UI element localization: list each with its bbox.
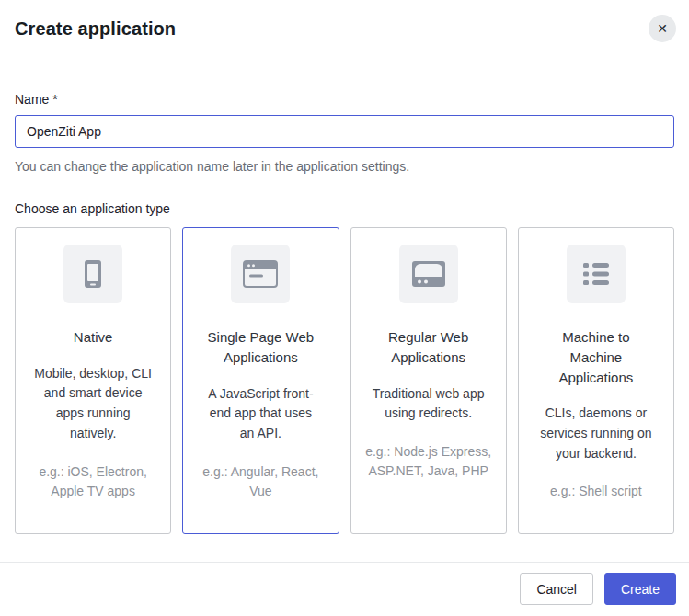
smartphone-icon <box>63 245 122 303</box>
modal-title: Create application <box>15 18 176 40</box>
server-window-icon <box>399 245 458 303</box>
card-title: Native <box>74 327 113 348</box>
application-type-cards: Native Mobile, desktop, CLI and smart de… <box>15 227 674 534</box>
create-button[interactable]: Create <box>604 573 676 605</box>
modal-footer: Cancel Create <box>0 562 689 616</box>
name-label: Name * <box>15 92 674 107</box>
card-description: CLIs, daemons or services running on you… <box>536 404 656 463</box>
card-regular-web[interactable]: Regular Web Applications Traditional web… <box>350 227 507 534</box>
name-field-block: Name * You can change the application na… <box>15 92 674 174</box>
browser-window-icon <box>231 245 290 303</box>
card-machine-to-machine[interactable]: Machine to Machine Applications CLIs, da… <box>518 227 674 534</box>
card-native[interactable]: Native Mobile, desktop, CLI and smart de… <box>15 227 171 534</box>
card-description: Mobile, desktop, CLI and smart device ap… <box>33 364 153 444</box>
cancel-button[interactable]: Cancel <box>520 573 593 605</box>
list-icon <box>567 245 626 303</box>
card-example: e.g.: Angular, React, Vue <box>196 462 325 501</box>
card-example: e.g.: iOS, Electron, Apple TV apps <box>29 462 157 501</box>
application-name-input[interactable] <box>15 115 674 148</box>
card-single-page-web[interactable]: Single Page Web Applications A JavaScrip… <box>182 227 339 534</box>
card-example: e.g.: Node.js Express, ASP.NET, Java, PH… <box>364 442 493 481</box>
card-example: e.g.: Shell script <box>550 482 642 501</box>
card-title: Regular Web Applications <box>368 327 489 368</box>
application-type-label: Choose an application type <box>15 201 674 216</box>
card-description: A JavaScript front-end app that uses an … <box>201 384 320 444</box>
card-title: Machine to Machine Applications <box>535 327 657 387</box>
close-icon: ✕ <box>657 22 668 35</box>
create-application-modal: Create application ✕ Name * You can chan… <box>0 0 689 616</box>
modal-header: Create application ✕ <box>15 18 674 42</box>
card-description: Traditional web app using redirects. <box>369 384 488 424</box>
close-button[interactable]: ✕ <box>649 15 676 42</box>
card-title: Single Page Web Applications <box>200 327 321 368</box>
name-helper-text: You can change the application name late… <box>15 159 674 174</box>
